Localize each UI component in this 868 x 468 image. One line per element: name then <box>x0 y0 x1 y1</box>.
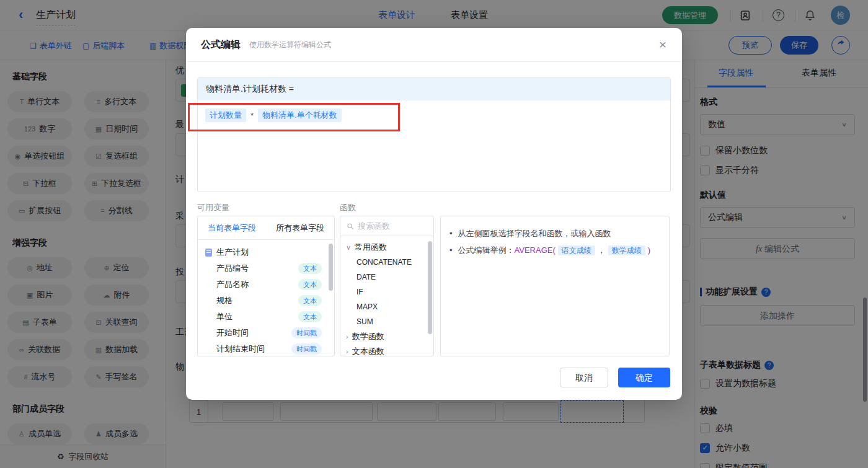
variable-item[interactable]: 产品名称文本 <box>198 276 334 293</box>
example-arg-chip: 语文成绩 <box>558 245 595 255</box>
variable-item[interactable]: 单位文本 <box>198 309 334 325</box>
tip-line-2: 公式编辑举例：AVERAGE(语文成绩，数学成绩) <box>458 242 651 259</box>
function-search[interactable] <box>340 216 433 236</box>
search-icon <box>347 223 354 230</box>
modal-subtitle: 使用数学运算符编辑公式 <box>249 40 331 50</box>
type-badge: 文本 <box>298 263 322 274</box>
variable-item[interactable]: 开始时间时间戳 <box>198 325 334 341</box>
type-badge: 文本 <box>298 295 322 306</box>
close-icon[interactable]: × <box>659 38 666 51</box>
function-search-input[interactable] <box>358 221 420 231</box>
function-group-common[interactable]: ∨常用函数 <box>340 240 433 255</box>
variable-item[interactable]: 产品编号文本 <box>198 260 334 276</box>
variables-panel: 当前表单字段 所有表单字段 生产计划 产品编号文本 产品名称文本 规格文本 单位… <box>197 216 335 356</box>
function-date[interactable]: DATE <box>340 270 433 285</box>
function-mapx[interactable]: MAPX <box>340 299 433 314</box>
variable-item[interactable]: 规格文本 <box>198 293 334 309</box>
variables-label: 可用变量 <box>197 202 229 213</box>
example-arg-chip: 数学成绩 <box>608 245 645 255</box>
chevron-right-icon: › <box>346 348 348 355</box>
chevron-right-icon: › <box>346 333 348 340</box>
scrollbar-thumb[interactable] <box>428 241 432 334</box>
type-badge: 时间戳 <box>291 327 322 338</box>
form-doc-icon <box>205 249 212 257</box>
cancel-button[interactable]: 取消 <box>560 368 608 387</box>
example-function-close: ) <box>648 245 650 255</box>
tab-current-form-fields[interactable]: 当前表单字段 <box>198 216 266 239</box>
type-badge: 文本 <box>298 279 322 290</box>
function-concatenate[interactable]: CONCATENATE <box>340 255 433 270</box>
formula-editor-modal: 公式编辑 使用数学运算符编辑公式 × 物料清单.计划耗材数 = 计划数量 * 物… <box>186 28 682 400</box>
formula-token-plan-quantity[interactable]: 计划数量 <box>205 108 246 122</box>
function-sum[interactable]: SUM <box>340 314 433 329</box>
example-function-name: AVERAGE( <box>515 245 556 255</box>
formula-target: 物料清单.计划耗材数 = <box>198 78 670 100</box>
scrollbar-thumb[interactable] <box>329 244 333 291</box>
function-group-text[interactable]: ›文本函数 <box>340 344 433 356</box>
tree-root-production-plan[interactable]: 生产计划 <box>198 244 334 260</box>
type-badge: 时间戳 <box>291 343 322 355</box>
tab-all-form-fields[interactable]: 所有表单字段 <box>266 216 334 239</box>
bullet: • <box>450 225 453 242</box>
formula-token-unit-consumption[interactable]: 物料清单.单个耗材数 <box>258 108 342 122</box>
functions-panel: ∨常用函数 CONCATENATE DATE IF MAPX SUM ›数学函数… <box>340 216 434 356</box>
modal-title: 公式编辑 <box>201 38 241 51</box>
function-group-math[interactable]: ›数学函数 <box>340 329 433 344</box>
functions-label: 函数 <box>340 202 356 213</box>
bullet: • <box>450 242 453 258</box>
formula-operator: * <box>250 111 254 120</box>
formula-editor-area[interactable]: 物料清单.计划耗材数 = 计划数量 * 物料清单.单个耗材数 <box>197 77 671 192</box>
chevron-down-icon: ∨ <box>346 244 351 252</box>
variable-item[interactable]: 计划结束时间时间戳 <box>198 341 334 356</box>
type-badge: 文本 <box>298 311 322 322</box>
confirm-button[interactable]: 确定 <box>618 368 670 387</box>
function-if[interactable]: IF <box>340 285 433 299</box>
tip-line-1: 从左侧面板选择字段名和函数，或输入函数 <box>458 225 611 242</box>
tips-panel: • 从左侧面板选择字段名和函数，或输入函数 • 公式编辑举例：AVERAGE(语… <box>440 216 670 356</box>
